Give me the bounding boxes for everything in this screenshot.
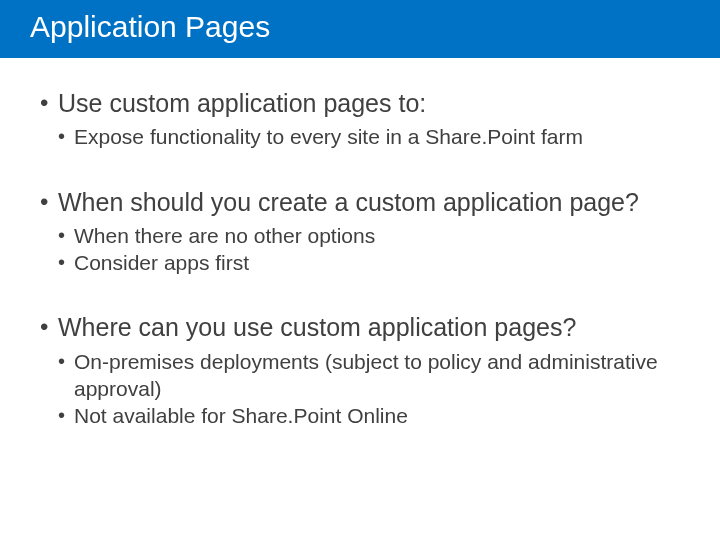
slide-title: Application Pages <box>0 0 720 58</box>
slide-body: Use custom application pages to: Expose … <box>0 58 720 430</box>
sub-list: When there are no other options Consider… <box>40 222 680 277</box>
slide: Application Pages Use custom application… <box>0 0 720 540</box>
bullet-level1: Use custom application pages to: <box>40 88 680 119</box>
sub-list: Expose functionality to every site in a … <box>40 123 680 150</box>
bullet-level1: Where can you use custom application pag… <box>40 312 680 343</box>
bullet-level2: Expose functionality to every site in a … <box>58 123 680 150</box>
bullet-level2: On-premises deployments (subject to poli… <box>58 348 680 403</box>
sub-list: On-premises deployments (subject to poli… <box>40 348 680 430</box>
bullet-level2: Consider apps first <box>58 249 680 276</box>
bullet-level2: When there are no other options <box>58 222 680 249</box>
bullet-level1: When should you create a custom applicat… <box>40 187 680 218</box>
bullet-level2: Not available for Share.Point Online <box>58 402 680 429</box>
